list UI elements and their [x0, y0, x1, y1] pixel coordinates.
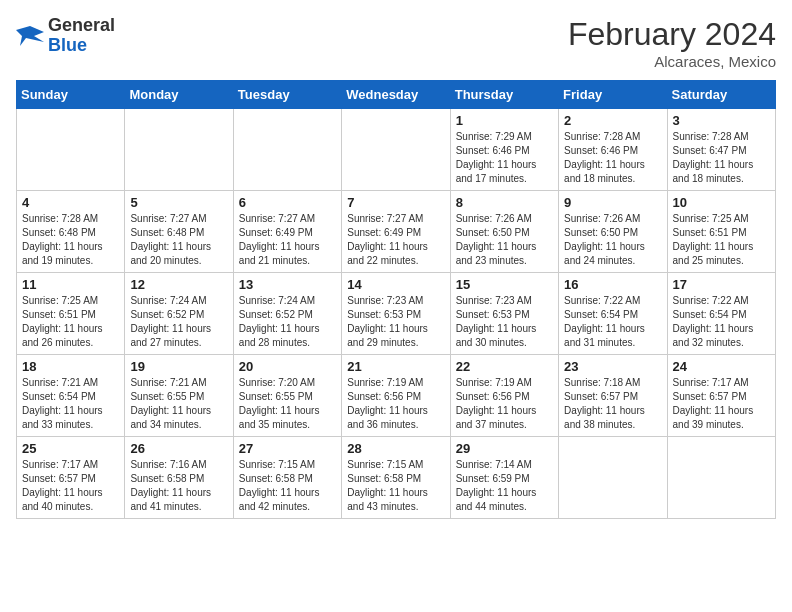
calendar-cell: 3Sunrise: 7:28 AM Sunset: 6:47 PM Daylig… [667, 109, 775, 191]
calendar-cell: 15Sunrise: 7:23 AM Sunset: 6:53 PM Dayli… [450, 273, 558, 355]
day-info: Sunrise: 7:23 AM Sunset: 6:53 PM Dayligh… [456, 294, 553, 350]
calendar-cell: 26Sunrise: 7:16 AM Sunset: 6:58 PM Dayli… [125, 437, 233, 519]
day-info: Sunrise: 7:17 AM Sunset: 6:57 PM Dayligh… [673, 376, 770, 432]
day-number: 15 [456, 277, 553, 292]
calendar-cell [233, 109, 341, 191]
calendar-cell: 19Sunrise: 7:21 AM Sunset: 6:55 PM Dayli… [125, 355, 233, 437]
calendar-cell: 21Sunrise: 7:19 AM Sunset: 6:56 PM Dayli… [342, 355, 450, 437]
calendar-cell [17, 109, 125, 191]
day-info: Sunrise: 7:26 AM Sunset: 6:50 PM Dayligh… [564, 212, 661, 268]
day-number: 16 [564, 277, 661, 292]
calendar-cell: 12Sunrise: 7:24 AM Sunset: 6:52 PM Dayli… [125, 273, 233, 355]
day-info: Sunrise: 7:26 AM Sunset: 6:50 PM Dayligh… [456, 212, 553, 268]
day-info: Sunrise: 7:15 AM Sunset: 6:58 PM Dayligh… [347, 458, 444, 514]
calendar-week-row: 1Sunrise: 7:29 AM Sunset: 6:46 PM Daylig… [17, 109, 776, 191]
day-info: Sunrise: 7:25 AM Sunset: 6:51 PM Dayligh… [673, 212, 770, 268]
day-number: 6 [239, 195, 336, 210]
day-number: 7 [347, 195, 444, 210]
day-info: Sunrise: 7:28 AM Sunset: 6:46 PM Dayligh… [564, 130, 661, 186]
day-number: 5 [130, 195, 227, 210]
calendar-cell: 28Sunrise: 7:15 AM Sunset: 6:58 PM Dayli… [342, 437, 450, 519]
calendar-cell: 9Sunrise: 7:26 AM Sunset: 6:50 PM Daylig… [559, 191, 667, 273]
calendar-cell: 5Sunrise: 7:27 AM Sunset: 6:48 PM Daylig… [125, 191, 233, 273]
calendar-cell: 1Sunrise: 7:29 AM Sunset: 6:46 PM Daylig… [450, 109, 558, 191]
calendar-cell: 14Sunrise: 7:23 AM Sunset: 6:53 PM Dayli… [342, 273, 450, 355]
col-header-tuesday: Tuesday [233, 81, 341, 109]
day-info: Sunrise: 7:21 AM Sunset: 6:55 PM Dayligh… [130, 376, 227, 432]
calendar-cell [342, 109, 450, 191]
calendar-cell: 4Sunrise: 7:28 AM Sunset: 6:48 PM Daylig… [17, 191, 125, 273]
calendar-cell: 29Sunrise: 7:14 AM Sunset: 6:59 PM Dayli… [450, 437, 558, 519]
day-info: Sunrise: 7:24 AM Sunset: 6:52 PM Dayligh… [239, 294, 336, 350]
month-title: February 2024 [568, 16, 776, 53]
day-number: 13 [239, 277, 336, 292]
day-number: 27 [239, 441, 336, 456]
calendar-cell: 18Sunrise: 7:21 AM Sunset: 6:54 PM Dayli… [17, 355, 125, 437]
day-info: Sunrise: 7:16 AM Sunset: 6:58 PM Dayligh… [130, 458, 227, 514]
col-header-wednesday: Wednesday [342, 81, 450, 109]
day-number: 12 [130, 277, 227, 292]
calendar-cell [667, 437, 775, 519]
calendar-week-row: 11Sunrise: 7:25 AM Sunset: 6:51 PM Dayli… [17, 273, 776, 355]
day-number: 22 [456, 359, 553, 374]
svg-marker-0 [16, 26, 44, 46]
calendar-cell: 8Sunrise: 7:26 AM Sunset: 6:50 PM Daylig… [450, 191, 558, 273]
calendar-table: SundayMondayTuesdayWednesdayThursdayFrid… [16, 80, 776, 519]
day-number: 20 [239, 359, 336, 374]
calendar-week-row: 25Sunrise: 7:17 AM Sunset: 6:57 PM Dayli… [17, 437, 776, 519]
day-info: Sunrise: 7:14 AM Sunset: 6:59 PM Dayligh… [456, 458, 553, 514]
day-info: Sunrise: 7:27 AM Sunset: 6:48 PM Dayligh… [130, 212, 227, 268]
day-number: 3 [673, 113, 770, 128]
calendar-cell: 22Sunrise: 7:19 AM Sunset: 6:56 PM Dayli… [450, 355, 558, 437]
day-info: Sunrise: 7:18 AM Sunset: 6:57 PM Dayligh… [564, 376, 661, 432]
day-number: 8 [456, 195, 553, 210]
day-number: 19 [130, 359, 227, 374]
calendar-cell [559, 437, 667, 519]
calendar-cell: 23Sunrise: 7:18 AM Sunset: 6:57 PM Dayli… [559, 355, 667, 437]
calendar-header-row: SundayMondayTuesdayWednesdayThursdayFrid… [17, 81, 776, 109]
calendar-cell: 20Sunrise: 7:20 AM Sunset: 6:55 PM Dayli… [233, 355, 341, 437]
col-header-saturday: Saturday [667, 81, 775, 109]
day-number: 29 [456, 441, 553, 456]
calendar-cell: 7Sunrise: 7:27 AM Sunset: 6:49 PM Daylig… [342, 191, 450, 273]
day-number: 4 [22, 195, 119, 210]
day-info: Sunrise: 7:24 AM Sunset: 6:52 PM Dayligh… [130, 294, 227, 350]
day-number: 24 [673, 359, 770, 374]
day-number: 25 [22, 441, 119, 456]
day-info: Sunrise: 7:15 AM Sunset: 6:58 PM Dayligh… [239, 458, 336, 514]
day-info: Sunrise: 7:27 AM Sunset: 6:49 PM Dayligh… [347, 212, 444, 268]
calendar-cell: 17Sunrise: 7:22 AM Sunset: 6:54 PM Dayli… [667, 273, 775, 355]
calendar-week-row: 18Sunrise: 7:21 AM Sunset: 6:54 PM Dayli… [17, 355, 776, 437]
day-info: Sunrise: 7:21 AM Sunset: 6:54 PM Dayligh… [22, 376, 119, 432]
calendar-cell: 10Sunrise: 7:25 AM Sunset: 6:51 PM Dayli… [667, 191, 775, 273]
calendar-cell: 2Sunrise: 7:28 AM Sunset: 6:46 PM Daylig… [559, 109, 667, 191]
day-info: Sunrise: 7:28 AM Sunset: 6:47 PM Dayligh… [673, 130, 770, 186]
col-header-monday: Monday [125, 81, 233, 109]
day-info: Sunrise: 7:22 AM Sunset: 6:54 PM Dayligh… [673, 294, 770, 350]
col-header-thursday: Thursday [450, 81, 558, 109]
calendar-cell: 27Sunrise: 7:15 AM Sunset: 6:58 PM Dayli… [233, 437, 341, 519]
day-number: 28 [347, 441, 444, 456]
day-info: Sunrise: 7:22 AM Sunset: 6:54 PM Dayligh… [564, 294, 661, 350]
logo-bird-icon [16, 22, 44, 50]
day-number: 23 [564, 359, 661, 374]
day-info: Sunrise: 7:17 AM Sunset: 6:57 PM Dayligh… [22, 458, 119, 514]
day-number: 1 [456, 113, 553, 128]
calendar-cell: 11Sunrise: 7:25 AM Sunset: 6:51 PM Dayli… [17, 273, 125, 355]
location: Alcaraces, Mexico [568, 53, 776, 70]
day-info: Sunrise: 7:29 AM Sunset: 6:46 PM Dayligh… [456, 130, 553, 186]
calendar-cell: 13Sunrise: 7:24 AM Sunset: 6:52 PM Dayli… [233, 273, 341, 355]
day-info: Sunrise: 7:27 AM Sunset: 6:49 PM Dayligh… [239, 212, 336, 268]
title-block: February 2024 Alcaraces, Mexico [568, 16, 776, 70]
calendar-week-row: 4Sunrise: 7:28 AM Sunset: 6:48 PM Daylig… [17, 191, 776, 273]
calendar-cell: 25Sunrise: 7:17 AM Sunset: 6:57 PM Dayli… [17, 437, 125, 519]
calendar-cell: 24Sunrise: 7:17 AM Sunset: 6:57 PM Dayli… [667, 355, 775, 437]
calendar-cell [125, 109, 233, 191]
day-number: 21 [347, 359, 444, 374]
day-info: Sunrise: 7:20 AM Sunset: 6:55 PM Dayligh… [239, 376, 336, 432]
day-number: 17 [673, 277, 770, 292]
col-header-sunday: Sunday [17, 81, 125, 109]
col-header-friday: Friday [559, 81, 667, 109]
day-number: 9 [564, 195, 661, 210]
logo-general: General [48, 15, 115, 35]
